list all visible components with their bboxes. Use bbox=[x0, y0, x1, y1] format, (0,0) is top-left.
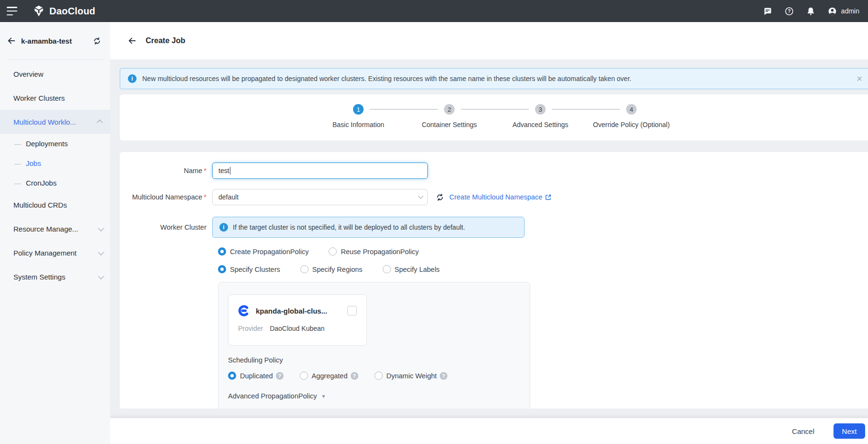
namespace-extras: Create Multicloud Namespace bbox=[435, 193, 552, 202]
sidebar-menu: Overview Worker Clusters Multicloud Work… bbox=[0, 60, 110, 289]
sidebar-item-jobs[interactable]: —Jobs bbox=[0, 153, 110, 173]
worker-cluster-hint: i If the target cluster is not specified… bbox=[212, 217, 525, 238]
advanced-label: Advanced PropagationPolicy bbox=[228, 392, 317, 400]
hint-text: If the target cluster is not specified, … bbox=[233, 223, 465, 231]
chat-icon[interactable] bbox=[763, 6, 773, 16]
current-cluster-name: k-amamba-test bbox=[21, 37, 92, 45]
hamburger-icon[interactable] bbox=[7, 7, 18, 15]
sidebar-item-multicloud-crds[interactable]: Multicloud CRDs bbox=[0, 193, 110, 217]
cancel-button[interactable]: Cancel bbox=[787, 424, 819, 438]
option-create-propagationpolicy[interactable]: Create PropagationPolicy bbox=[218, 247, 308, 256]
help-circle-icon[interactable]: ? bbox=[440, 372, 447, 380]
sidebar-item-worker-clusters[interactable]: Worker Clusters bbox=[0, 86, 110, 110]
sidebar-header: k-amamba-test bbox=[0, 22, 110, 59]
sidebar-item-label: Multicloud CRDs bbox=[13, 201, 67, 209]
sidebar-item-label: Jobs bbox=[26, 159, 41, 167]
option-specify-clusters[interactable]: Specify Clusters bbox=[218, 265, 280, 273]
help-icon[interactable]: ? bbox=[784, 6, 794, 16]
back-icon[interactable] bbox=[7, 36, 16, 46]
option-dynamic-weight[interactable]: Dynamic Weight ? bbox=[375, 372, 447, 380]
name-label: Name* bbox=[120, 167, 212, 175]
bell-icon[interactable] bbox=[806, 6, 816, 16]
step-advanced-settings: 3 Advanced Settings bbox=[495, 104, 586, 129]
radio-icon[interactable] bbox=[300, 372, 308, 380]
advanced-propagationpolicy-toggle[interactable]: Advanced PropagationPolicy ▼ bbox=[228, 392, 520, 400]
option-aggregated[interactable]: Aggregated ? bbox=[300, 372, 358, 380]
radio-label: Dynamic Weight bbox=[387, 372, 437, 380]
sidebar-item-policy-management[interactable]: Policy Management bbox=[0, 241, 110, 265]
back-icon[interactable] bbox=[127, 36, 137, 46]
option-specify-labels[interactable]: Specify Labels bbox=[383, 265, 440, 273]
sidebar-item-label: Deployments bbox=[26, 140, 68, 148]
topbar: DaoCloud ? admin bbox=[0, 0, 868, 22]
namespace-row: Multicloud Namespace* default Create Mul… bbox=[120, 189, 868, 205]
content: i New multicloud resources will be propa… bbox=[110, 68, 868, 409]
page: DaoCloud ? admin bbox=[0, 0, 868, 444]
create-namespace-link[interactable]: Create Multicloud Namespace bbox=[449, 193, 552, 201]
radio-selected-icon[interactable] bbox=[228, 372, 236, 380]
sidebar-item-overview[interactable]: Overview bbox=[0, 62, 110, 86]
step-number: 2 bbox=[444, 104, 455, 115]
sidebar-item-label: Multicloud Worklo... bbox=[13, 118, 76, 126]
option-specify-regions[interactable]: Specify Regions bbox=[300, 265, 363, 273]
radio-selected-icon[interactable] bbox=[218, 265, 226, 273]
next-button[interactable]: Next bbox=[834, 423, 865, 439]
name-input[interactable]: test bbox=[212, 163, 428, 179]
sidebar-item-label: CronJobs bbox=[26, 179, 57, 187]
chevron-up-icon bbox=[97, 119, 103, 126]
daocloud-logo-icon bbox=[33, 5, 45, 17]
sidebar-item-multicloud-workloads[interactable]: Multicloud Worklo... bbox=[0, 110, 110, 134]
namespace-select[interactable]: default bbox=[212, 189, 428, 205]
radio-icon[interactable] bbox=[375, 372, 383, 380]
radio-label: Reuse PropagationPolicy bbox=[341, 248, 419, 256]
brand-name: DaoCloud bbox=[49, 6, 95, 17]
brand: DaoCloud bbox=[33, 5, 95, 17]
sidebar-item-resource-management[interactable]: Resource Manage... bbox=[0, 217, 110, 241]
namespace-select-value: default bbox=[218, 193, 239, 201]
chevron-down-icon bbox=[418, 193, 423, 199]
switch-cluster-icon[interactable] bbox=[92, 36, 102, 46]
step-basic-information: 1 Basic Information bbox=[313, 104, 404, 129]
namespace-label: Multicloud Namespace* bbox=[120, 193, 212, 201]
user-menu[interactable]: admin bbox=[827, 6, 859, 16]
scheduling-policy-label: Scheduling Policy bbox=[228, 356, 520, 364]
step-override-policy: 4 Override Policy (Optional) bbox=[586, 104, 677, 129]
required-asterisk: * bbox=[204, 193, 206, 201]
radio-selected-icon[interactable] bbox=[218, 247, 226, 256]
radio-icon[interactable] bbox=[383, 265, 391, 273]
info-banner: i New multicloud resources will be propa… bbox=[120, 68, 868, 89]
radio-label: Aggregated bbox=[312, 372, 348, 380]
link-label: Create Multicloud Namespace bbox=[449, 193, 542, 201]
cluster-mode-options: Specify Clusters Specify Regions Specify… bbox=[218, 265, 868, 273]
option-reuse-propagationpolicy[interactable]: Reuse PropagationPolicy bbox=[329, 247, 419, 256]
sidebar-item-label: Policy Management bbox=[13, 249, 77, 257]
dash-icon: — bbox=[14, 160, 21, 167]
radio-label: Specify Regions bbox=[312, 266, 363, 273]
refresh-icon[interactable] bbox=[435, 193, 445, 202]
propagation-policy-options: Create PropagationPolicy Reuse Propagati… bbox=[218, 247, 868, 256]
chevron-down-icon bbox=[98, 225, 104, 231]
close-icon[interactable]: ✕ bbox=[851, 74, 863, 83]
option-duplicated[interactable]: Duplicated ? bbox=[228, 372, 284, 380]
radio-icon[interactable] bbox=[329, 247, 337, 256]
cluster-checkbox[interactable] bbox=[347, 306, 357, 315]
provider-label: Provider bbox=[238, 325, 263, 332]
cluster-card[interactable]: kpanda-global-clus... Provider DaoCloud … bbox=[228, 294, 367, 346]
external-link-icon bbox=[545, 194, 552, 201]
help-circle-icon[interactable]: ? bbox=[276, 372, 284, 380]
step-number: 3 bbox=[535, 104, 546, 115]
info-icon: i bbox=[219, 223, 228, 232]
scheduling-policy-options: Duplicated ? Aggregated ? Dynamic Weight bbox=[228, 372, 520, 380]
step-label: Override Policy (Optional) bbox=[593, 121, 670, 129]
main-area: Create Job i New multicloud resources wi… bbox=[110, 22, 868, 444]
sidebar-item-cronjobs[interactable]: —CronJobs bbox=[0, 173, 110, 193]
help-circle-icon[interactable]: ? bbox=[351, 372, 358, 380]
sidebar-item-system-settings[interactable]: System Settings bbox=[0, 265, 110, 289]
svg-text:?: ? bbox=[788, 9, 790, 14]
username: admin bbox=[841, 7, 859, 15]
worker-cluster-label: Worker Cluster bbox=[120, 223, 212, 231]
cluster-selection-panel: kpanda-global-clus... Provider DaoCloud … bbox=[218, 282, 530, 409]
radio-icon[interactable] bbox=[300, 265, 308, 273]
sidebar-item-deployments[interactable]: —Deployments bbox=[0, 134, 110, 153]
radio-label: Create PropagationPolicy bbox=[230, 248, 308, 256]
